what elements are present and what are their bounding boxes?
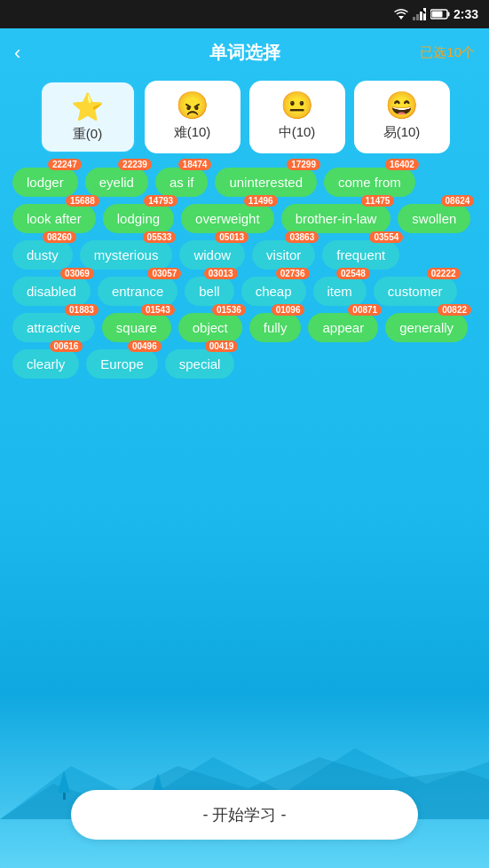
word-chip[interactable]: 03554 frequent — [322, 240, 399, 270]
word-text: disabled — [27, 284, 76, 299]
word-chip[interactable]: 00419 special — [165, 349, 235, 379]
word-badge: 11475 — [361, 195, 395, 207]
word-text: uninterested — [229, 175, 303, 190]
word-text: attractive — [27, 320, 81, 335]
word-chip[interactable]: 01883 attractive — [12, 313, 95, 342]
word-text: appear — [322, 320, 364, 335]
word-chip[interactable]: 17299 uninterested — [215, 168, 317, 197]
word-text: customer — [388, 284, 443, 299]
word-badge: 02222 — [427, 268, 461, 279]
word-chip[interactable]: 03069 disabled — [12, 277, 91, 306]
word-chip[interactable]: 01536 object — [178, 313, 242, 342]
word-chip[interactable]: 02736 cheap — [241, 277, 306, 306]
word-badge: 00419 — [205, 340, 239, 352]
word-text: eyelid — [99, 175, 134, 190]
header: ‹ 单词选择 已选10个 — [0, 28, 489, 77]
word-text: item — [327, 284, 352, 299]
difficulty-tab-heavy[interactable]: ⭐ 重(0) — [40, 81, 136, 153]
word-chip[interactable]: 08260 dusty — [12, 240, 73, 270]
word-chip[interactable]: 00496 Europe — [86, 349, 157, 379]
svg-rect-3 — [420, 12, 422, 20]
word-chip[interactable]: 00616 clearly — [12, 349, 79, 379]
word-text: widow — [193, 247, 231, 262]
word-text: dusty — [27, 247, 59, 262]
word-badge: 02736 — [276, 268, 310, 279]
word-text: generally — [399, 320, 454, 335]
word-chip[interactable]: 01543 square — [102, 313, 171, 342]
word-text: overweight — [195, 211, 260, 226]
word-chip[interactable]: 00822 generally — [385, 313, 468, 342]
word-badge: 03554 — [369, 231, 403, 243]
word-text: lodging — [117, 211, 160, 226]
word-badge: 22247 — [48, 159, 82, 170]
word-text: brother-in-law — [296, 211, 377, 226]
selected-count: 已选10个 — [420, 44, 475, 61]
word-text: swollen — [412, 211, 456, 226]
word-chip[interactable]: 18474 as if — [155, 168, 209, 197]
words-area: 22247 lodger 22239 eyelid 18474 as if 17… — [0, 164, 489, 382]
word-badge: 08624 — [441, 195, 475, 207]
tab-label-hard: 难(10) — [174, 124, 211, 141]
word-chip[interactable]: 02222 customer — [374, 277, 457, 306]
word-chip[interactable]: 11496 overweight — [181, 204, 274, 233]
tab-label-medium: 中(10) — [279, 124, 316, 141]
word-chip[interactable]: 05013 widow — [179, 240, 245, 270]
word-chip[interactable]: 22247 lodger — [12, 168, 78, 197]
word-badge: 15688 — [66, 195, 99, 207]
tab-emoji-medium: 😐 — [280, 90, 313, 121]
svg-rect-8 — [431, 12, 442, 18]
word-badge: 16402 — [385, 159, 419, 170]
word-text: entrance — [112, 284, 163, 299]
difficulty-tab-medium[interactable]: 😐 中(10) — [249, 81, 345, 153]
signal-icon — [413, 8, 427, 20]
word-chip[interactable]: 11475 brother-in-law — [281, 204, 391, 233]
word-chip[interactable]: 02548 item — [313, 277, 367, 306]
word-badge: 00496 — [128, 340, 162, 352]
svg-rect-7 — [447, 12, 449, 17]
word-badge: 01883 — [65, 304, 99, 316]
svg-rect-4 — [423, 8, 426, 20]
word-badge: 00822 — [438, 304, 471, 316]
tab-emoji-heavy: ⭐ — [71, 91, 104, 122]
word-badge: 00616 — [50, 340, 83, 352]
tab-label-heavy: 重(0) — [73, 126, 102, 143]
difficulty-tab-easy[interactable]: 😄 易(10) — [354, 81, 450, 153]
word-text: bell — [199, 284, 219, 299]
word-text: look after — [27, 211, 82, 226]
word-badge: 03013 — [204, 268, 238, 279]
svg-marker-0 — [398, 16, 404, 20]
word-badge: 18474 — [178, 159, 212, 170]
word-text: clearly — [27, 356, 65, 371]
start-button[interactable]: - 开始学习 - — [71, 790, 418, 840]
difficulty-tab-hard[interactable]: 😠 难(10) — [145, 81, 241, 153]
word-badge: 00871 — [348, 304, 382, 316]
back-button[interactable]: ‹ — [14, 42, 20, 65]
word-chip[interactable]: 05533 mysterious — [80, 240, 173, 270]
word-text: lodger — [27, 175, 64, 190]
word-chip[interactable]: 14793 lodging — [103, 204, 174, 233]
word-badge: 11496 — [244, 195, 278, 207]
word-chip[interactable]: 16402 come from — [324, 168, 415, 197]
word-text: square — [116, 320, 157, 335]
svg-rect-12 — [63, 793, 66, 800]
word-badge: 01543 — [141, 304, 175, 316]
word-badge: 03069 — [60, 268, 94, 279]
status-icons: 2:33 — [393, 7, 478, 21]
word-text: frequent — [336, 247, 385, 262]
word-chip[interactable]: 03013 bell — [185, 277, 233, 306]
word-chip[interactable]: 03057 entrance — [98, 277, 177, 306]
word-chip[interactable]: 03863 visitor — [252, 240, 315, 270]
svg-rect-1 — [413, 17, 415, 20]
word-badge: 01096 — [272, 304, 305, 316]
word-chip[interactable]: 15688 look after — [12, 204, 96, 233]
word-text: object — [193, 320, 228, 335]
word-text: come from — [338, 175, 401, 190]
word-chip[interactable]: 08624 swollen — [398, 204, 470, 233]
tab-emoji-easy: 😄 — [385, 90, 418, 121]
word-chip[interactable]: 01096 fully — [249, 313, 302, 342]
word-badge: 01536 — [212, 304, 246, 316]
wifi-icon — [393, 8, 409, 20]
word-chip[interactable]: 22239 eyelid — [85, 168, 148, 197]
word-text: fully — [264, 320, 288, 335]
word-chip[interactable]: 00871 appear — [308, 313, 378, 342]
